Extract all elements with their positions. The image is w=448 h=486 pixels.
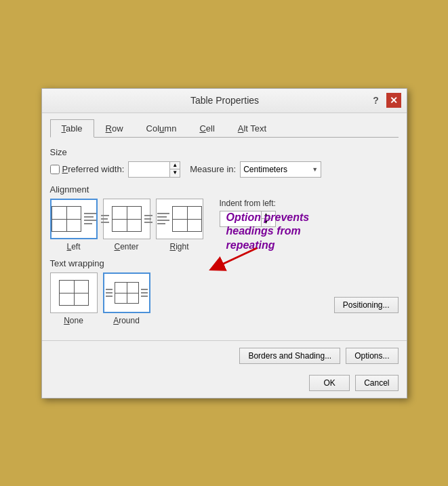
text-line (144, 218, 151, 220)
text-line (84, 223, 92, 224)
wrap-around-label: Around (113, 316, 140, 325)
align-left-icon (52, 206, 96, 232)
table-icon-wrap-around (115, 282, 139, 304)
textwrap-options: None (50, 272, 150, 325)
indent-input[interactable]: 0 cm (220, 211, 261, 226)
text-line (84, 216, 94, 218)
measure-select[interactable]: Centimeters Inches Percent (240, 161, 321, 178)
tab-column-label: Column (146, 123, 177, 134)
wrap-none-box (50, 272, 98, 313)
table-properties-dialog: Table Properties ? ✕ Table Row Column Ce… (41, 88, 407, 399)
bottom-action-buttons: Borders and Shading... Options... (42, 340, 407, 369)
cancel-button[interactable]: Cancel (355, 375, 398, 391)
tab-column[interactable]: Column (135, 119, 188, 138)
text-line (101, 215, 109, 216)
text-lines-c-left (101, 215, 109, 223)
align-right-option[interactable]: Right (156, 199, 203, 251)
text-line (141, 289, 148, 290)
tab-row[interactable]: Row (94, 119, 135, 138)
tab-row-label: Row (106, 123, 123, 134)
help-button[interactable]: ? (369, 93, 384, 108)
text-line (106, 296, 113, 297)
text-line (106, 292, 113, 293)
measure-select-wrapper: Centimeters Inches Percent (240, 161, 321, 178)
wrap-text-left (106, 289, 113, 297)
wrap-none-label: None (64, 316, 83, 325)
text-lines-right (157, 213, 169, 224)
title-bar: Table Properties ? ✕ (42, 89, 407, 113)
bottom-right-buttons: Borders and Shading... Options... (239, 348, 398, 364)
text-line (157, 216, 167, 218)
tab-cell-label: Cell (199, 123, 214, 134)
align-right-label: Right (169, 242, 188, 251)
text-line (141, 296, 148, 297)
wrap-none-option[interactable]: None (50, 272, 98, 325)
align-right-box (156, 199, 203, 239)
tab-alt-text-label: Alt Text (238, 123, 266, 134)
indent-down[interactable]: ▼ (262, 219, 271, 226)
align-center-icon (101, 206, 152, 232)
indent-arrows: ▲ ▼ (261, 211, 271, 226)
tab-bar: Table Row Column Cell Alt Text (50, 119, 399, 138)
align-left-label: Left (66, 242, 80, 251)
text-line (101, 222, 109, 223)
tab-table[interactable]: Table (50, 119, 94, 138)
table-icon-right (172, 206, 202, 232)
wrap-around-option[interactable]: Around (103, 272, 150, 325)
wrap-around-box (103, 272, 150, 313)
text-line (84, 220, 96, 221)
alignment-label: Alignment (50, 184, 399, 195)
alignment-options: Left (50, 199, 203, 251)
text-lines-left (84, 213, 96, 224)
text-line (84, 213, 96, 214)
wrap-around-icon (106, 282, 148, 304)
dialog-footer: Borders and Shading... Options... OK Can… (42, 340, 407, 398)
indent-spinner: 0 cm ▲ ▼ (220, 211, 276, 227)
align-right-icon (157, 206, 202, 232)
align-left-box (50, 199, 98, 239)
align-center-option[interactable]: Center (103, 199, 150, 251)
tab-cell[interactable]: Cell (188, 119, 226, 138)
dialog-title: Table Properties (81, 95, 369, 106)
text-line (106, 289, 113, 290)
preferred-width-checkbox[interactable] (50, 165, 60, 174)
size-label: Size (50, 147, 399, 157)
size-section: Size Preferred width: 0 cm ▲ ▼ Measure i… (50, 147, 399, 178)
preferred-width-input[interactable]: 0 cm (129, 162, 169, 177)
text-line (101, 218, 108, 220)
table-icon-wrap-none (59, 280, 89, 306)
size-row: Preferred width: 0 cm ▲ ▼ Measure in: Ce… (50, 161, 399, 178)
preferred-width-arrows: ▲ ▼ (169, 162, 180, 177)
align-center-box (103, 199, 150, 239)
ok-cancel-row: OK Cancel (42, 369, 407, 398)
wrap-text-right (141, 289, 148, 297)
text-line (157, 213, 169, 214)
ok-button[interactable]: OK (309, 375, 350, 391)
indent-up[interactable]: ▲ (262, 211, 271, 219)
spinner-down[interactable]: ▼ (170, 169, 180, 177)
preferred-width-label: Preferred width: (62, 164, 125, 174)
text-line (144, 215, 152, 216)
spinner-up[interactable]: ▲ (170, 162, 180, 169)
text-lines-c-right (144, 215, 152, 223)
align-center-label: Center (114, 242, 138, 251)
tab-alt-text[interactable]: Alt Text (226, 119, 278, 138)
alignment-section: Alignment (50, 184, 399, 251)
table-icon-left (52, 206, 81, 232)
align-left-option[interactable]: Left (50, 199, 98, 251)
text-line (144, 222, 152, 223)
borders-shading-button[interactable]: Borders and Shading... (239, 348, 340, 364)
textwrap-label: Text wrapping (50, 258, 399, 268)
table-icon-center (112, 206, 142, 232)
measure-label: Measure in: (190, 164, 236, 174)
text-line (141, 292, 148, 293)
text-line (157, 223, 165, 224)
content-area: Size Preferred width: 0 cm ▲ ▼ Measure i… (50, 144, 399, 332)
close-button[interactable]: ✕ (386, 93, 401, 108)
text-line (157, 220, 169, 221)
textwrap-section: Text wrapping None (50, 258, 399, 325)
title-controls: ? ✕ (369, 93, 401, 108)
positioning-button[interactable]: Positioning... (334, 297, 399, 313)
options-button[interactable]: Options... (346, 348, 398, 364)
preferred-width-spinner: 0 cm ▲ ▼ (128, 161, 180, 178)
